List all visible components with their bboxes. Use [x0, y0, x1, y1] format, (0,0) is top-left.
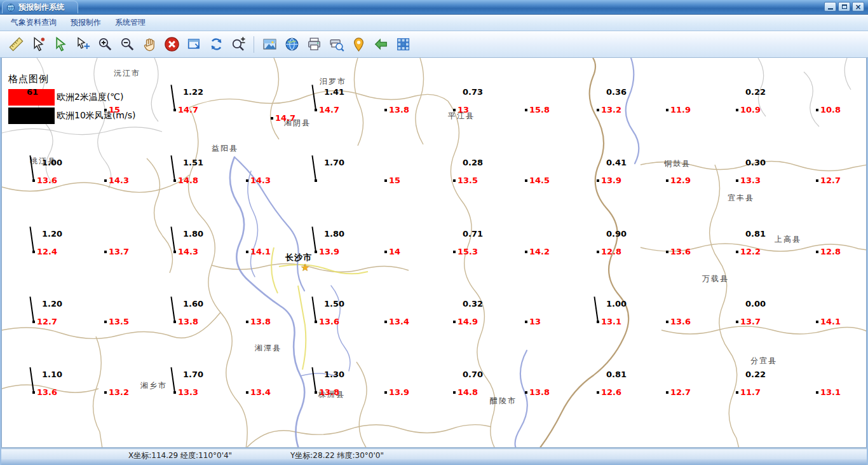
grid-point-dot	[384, 179, 387, 182]
wind-barb	[311, 85, 316, 110]
temperature-value: 13.1	[601, 317, 621, 326]
wind-speed-value: 0.73	[463, 87, 483, 97]
temperature-value: 10.9	[740, 105, 761, 115]
legend-title: 格点图例	[8, 73, 135, 85]
grid-button[interactable]	[393, 34, 412, 55]
globe-button[interactable]	[282, 34, 301, 55]
map-area[interactable]: 沅江市汨罗市湘阴县平江县益阳县桃江县铜鼓县宜丰县上高县万载县长沙市湘潭县分宜县湘…	[1, 57, 867, 448]
grid-point-dot	[597, 391, 599, 394]
temperature-value: 14.1	[820, 317, 841, 326]
wind-speed-value: 0.30	[745, 158, 766, 167]
temperature-value: 13.7	[109, 247, 129, 256]
refresh-button[interactable]	[207, 34, 226, 55]
wind-speed-value: 0.36	[606, 87, 627, 97]
temperature-value: 14.5	[529, 176, 550, 185]
grid-point-dot	[384, 321, 387, 323]
temperature-value: 14.8	[178, 176, 198, 185]
wind-speed-value: 1.70	[324, 158, 344, 167]
wind-speed-value: 0.81	[745, 229, 766, 239]
map-marker-button[interactable]	[349, 34, 368, 55]
grid-icon	[395, 36, 411, 52]
wind-speed-value: 1.30	[324, 370, 344, 379]
county-label: 宜丰县	[728, 193, 754, 204]
window-controls: ×	[824, 2, 864, 11]
image-export-button[interactable]	[260, 34, 279, 55]
select-arrow-icon	[31, 36, 46, 52]
temperature-value: 14.3	[178, 247, 198, 256]
select-arrow-button[interactable]	[29, 34, 48, 55]
temperature-value: 14.1	[250, 247, 271, 256]
minimize-button[interactable]	[824, 2, 836, 11]
temperature-value: 13.8	[319, 387, 339, 397]
grid-point-dot	[271, 117, 273, 120]
capture-window-button[interactable]	[184, 34, 203, 55]
grid-point-dot	[597, 251, 599, 253]
grid-point-dot	[816, 321, 818, 323]
wind-barb	[593, 296, 599, 322]
back-arrow-button[interactable]	[371, 34, 390, 55]
temperature-value: 13.6	[319, 317, 339, 326]
grid-point-dot	[736, 251, 738, 253]
wind-speed-value: 1.60	[183, 299, 203, 309]
grid-point-dot	[384, 251, 387, 253]
menu-item-forecast-production[interactable]: 预报制作	[64, 14, 108, 31]
window-title: 预报制作系统	[18, 2, 64, 13]
county-label: 铜鼓县	[664, 158, 691, 169]
wind-speed-value: 0.28	[463, 158, 483, 167]
temperature-value: 13.6	[670, 247, 691, 256]
print-button[interactable]	[304, 34, 323, 55]
grid-point-dot	[597, 179, 599, 182]
wind-speed-value: 1.00	[42, 158, 62, 167]
print-icon	[306, 36, 322, 52]
measure-ruler-button[interactable]	[6, 34, 25, 55]
temperature-value: 14.7	[275, 113, 295, 123]
temperature-value: 13.4	[250, 387, 271, 397]
wind-speed-value: 1.41	[324, 87, 344, 97]
grid-point-dot	[816, 109, 818, 111]
temperature-value: 13.5	[109, 317, 129, 326]
county-label: 湘潭县	[255, 343, 281, 354]
temperature-value: 15	[389, 176, 400, 185]
wind-barb	[311, 296, 316, 322]
changsha-star-icon: ★	[301, 263, 309, 273]
temperature-value: 14.2	[529, 247, 550, 256]
maximize-button[interactable]	[838, 2, 850, 11]
grid-point-dot	[736, 321, 738, 323]
status-x-coordinate: X坐标:114.29 经度:110°0'4"	[128, 450, 232, 461]
temperature-value: 12.8	[601, 247, 621, 256]
grid-point-dot	[104, 391, 107, 394]
cancel-button[interactable]	[162, 34, 181, 55]
app-icon	[6, 3, 15, 12]
grid-point-dot	[736, 391, 738, 394]
wind-barb	[170, 367, 175, 392]
county-label: 汨罗市	[320, 76, 346, 87]
pan-hand-button[interactable]	[140, 34, 159, 55]
move-select-arrow-button[interactable]	[73, 34, 92, 55]
wind-barb	[29, 367, 34, 392]
menu-item-weather-data-query[interactable]: 气象资料查询	[4, 14, 64, 31]
temperature-value: 13.6	[37, 387, 57, 397]
grid-point-dot	[525, 391, 527, 394]
select-arrow-green-button[interactable]	[51, 34, 70, 55]
menu-item-system-management[interactable]: 系统管理	[108, 14, 153, 31]
zoom-out-button[interactable]	[118, 34, 137, 55]
print-preview-button[interactable]	[327, 34, 346, 55]
temperature-value: 14.3	[109, 176, 129, 185]
close-button[interactable]: ×	[852, 2, 864, 11]
temperature-value: 13.1	[820, 387, 841, 397]
temperature-value: 14	[389, 247, 400, 256]
temperature-value: 13.6	[670, 317, 691, 326]
zoom-in-button[interactable]	[95, 34, 114, 55]
temperature-value: 11.9	[670, 105, 691, 115]
grid-point-dot	[384, 109, 387, 111]
temperature-value: 12.2	[740, 247, 761, 256]
temperature-value: 13.9	[601, 176, 621, 185]
grid-point-dot	[525, 179, 527, 182]
grid-point-dot	[246, 251, 248, 253]
wind-speed-value: 0.70	[463, 370, 483, 379]
grid-point-dot	[453, 251, 456, 253]
zoom-scale-button[interactable]	[229, 34, 248, 55]
wind-speed-value: 1.80	[183, 229, 203, 239]
wind-barb	[170, 226, 175, 252]
grid-point-dot	[597, 109, 599, 111]
